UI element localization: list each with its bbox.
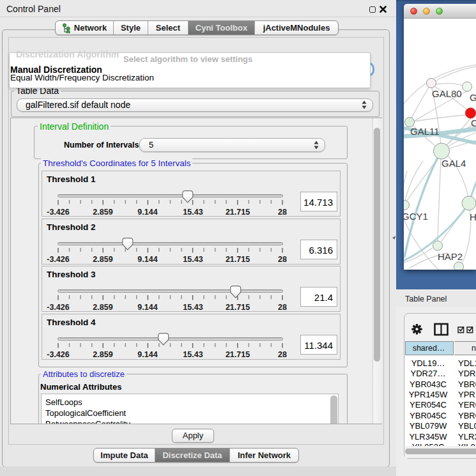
- svg-text:C…: C…: [471, 118, 476, 128]
- svg-text:GAL11: GAL11: [410, 126, 440, 137]
- svg-text:GAL4: GAL4: [441, 158, 466, 169]
- svg-text:GA: GA: [470, 92, 476, 103]
- svg-text:GAL80: GAL80: [432, 88, 462, 99]
- svg-text:HAP2: HAP2: [438, 251, 463, 262]
- svg-text:GCY1: GCY1: [404, 211, 428, 222]
- svg-text:H: H: [470, 211, 476, 222]
